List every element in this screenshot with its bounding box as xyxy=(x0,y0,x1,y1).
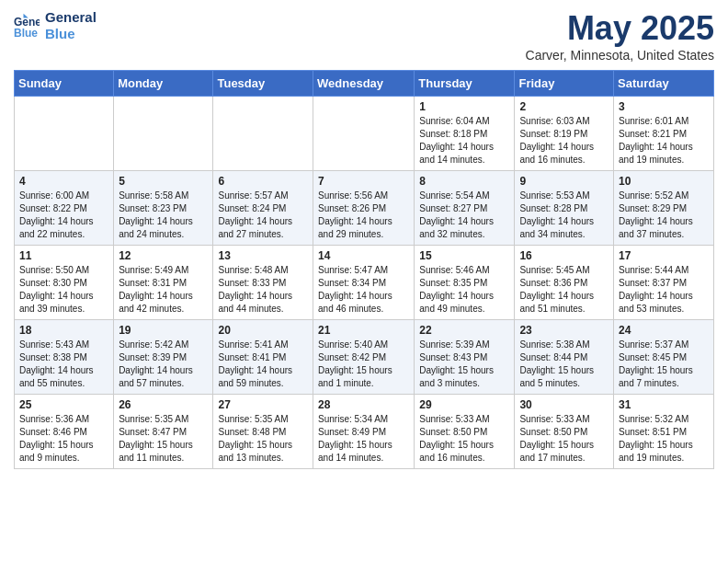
day-number: 30 xyxy=(519,398,609,411)
calendar-cell-5-6: 30Sunrise: 5:33 AM Sunset: 8:50 PM Dayli… xyxy=(515,395,614,469)
calendar-cell-2-6: 9Sunrise: 5:53 AM Sunset: 8:28 PM Daylig… xyxy=(515,171,614,246)
calendar-cell-4-1: 18Sunrise: 5:43 AM Sunset: 8:38 PM Dayli… xyxy=(15,320,114,395)
calendar-cell-4-6: 23Sunrise: 5:38 AM Sunset: 8:44 PM Dayli… xyxy=(515,320,614,395)
day-info: Sunrise: 5:41 AM Sunset: 8:41 PM Dayligh… xyxy=(218,339,308,390)
day-number: 6 xyxy=(218,175,308,188)
logo-blue: Blue xyxy=(45,26,97,42)
weekday-header-tuesday: Tuesday xyxy=(213,71,313,97)
day-number: 3 xyxy=(619,100,709,113)
day-number: 4 xyxy=(19,175,108,188)
title-block: May 2025 Carver, Minnesota, United State… xyxy=(526,9,714,63)
day-number: 22 xyxy=(419,324,509,337)
svg-text:Blue: Blue xyxy=(14,27,38,39)
calendar-cell-3-1: 11Sunrise: 5:50 AM Sunset: 8:30 PM Dayli… xyxy=(15,246,114,320)
calendar-cell-3-2: 12Sunrise: 5:49 AM Sunset: 8:31 PM Dayli… xyxy=(114,246,213,320)
day-info: Sunrise: 5:32 AM Sunset: 8:51 PM Dayligh… xyxy=(619,413,709,465)
day-info: Sunrise: 5:34 AM Sunset: 8:49 PM Dayligh… xyxy=(318,413,409,465)
calendar-cell-3-4: 14Sunrise: 5:47 AM Sunset: 8:34 PM Dayli… xyxy=(313,246,415,320)
day-number: 27 xyxy=(218,398,308,411)
day-info: Sunrise: 5:35 AM Sunset: 8:47 PM Dayligh… xyxy=(119,413,208,465)
day-info: Sunrise: 5:47 AM Sunset: 8:34 PM Dayligh… xyxy=(318,264,409,316)
day-number: 31 xyxy=(619,398,709,411)
day-number: 2 xyxy=(519,100,609,113)
day-number: 25 xyxy=(19,398,108,411)
day-info: Sunrise: 5:36 AM Sunset: 8:46 PM Dayligh… xyxy=(19,413,108,465)
day-number: 1 xyxy=(419,100,509,113)
day-number: 10 xyxy=(619,175,709,188)
logo: General Blue General Blue xyxy=(14,9,97,42)
day-info: Sunrise: 5:58 AM Sunset: 8:23 PM Dayligh… xyxy=(119,190,208,241)
calendar-cell-1-4 xyxy=(313,97,415,171)
day-number: 24 xyxy=(619,324,709,337)
day-number: 15 xyxy=(419,249,509,262)
weekday-header-monday: Monday xyxy=(114,71,213,97)
day-info: Sunrise: 5:39 AM Sunset: 8:43 PM Dayligh… xyxy=(419,339,509,390)
calendar-cell-3-5: 15Sunrise: 5:46 AM Sunset: 8:35 PM Dayli… xyxy=(415,246,515,320)
day-info: Sunrise: 6:03 AM Sunset: 8:19 PM Dayligh… xyxy=(519,115,609,167)
day-info: Sunrise: 5:45 AM Sunset: 8:36 PM Dayligh… xyxy=(519,264,609,316)
calendar-cell-5-2: 26Sunrise: 5:35 AM Sunset: 8:47 PM Dayli… xyxy=(114,395,213,469)
weekday-header-friday: Friday xyxy=(515,71,614,97)
page-header: General Blue General Blue May 2025 Carve… xyxy=(14,9,714,63)
calendar-cell-4-4: 21Sunrise: 5:40 AM Sunset: 8:42 PM Dayli… xyxy=(313,320,415,395)
location: Carver, Minnesota, United States xyxy=(526,48,714,63)
day-info: Sunrise: 5:54 AM Sunset: 8:27 PM Dayligh… xyxy=(419,190,509,241)
day-info: Sunrise: 5:43 AM Sunset: 8:38 PM Dayligh… xyxy=(19,339,108,390)
calendar-cell-4-3: 20Sunrise: 5:41 AM Sunset: 8:41 PM Dayli… xyxy=(213,320,313,395)
calendar-cell-3-7: 17Sunrise: 5:44 AM Sunset: 8:37 PM Dayli… xyxy=(614,246,714,320)
calendar-cell-2-1: 4Sunrise: 6:00 AM Sunset: 8:22 PM Daylig… xyxy=(15,171,114,246)
calendar-week-2: 4Sunrise: 6:00 AM Sunset: 8:22 PM Daylig… xyxy=(15,171,714,246)
calendar-cell-5-7: 31Sunrise: 5:32 AM Sunset: 8:51 PM Dayli… xyxy=(614,395,714,469)
day-number: 14 xyxy=(318,249,409,262)
day-info: Sunrise: 6:01 AM Sunset: 8:21 PM Dayligh… xyxy=(619,115,709,167)
day-number: 16 xyxy=(519,249,609,262)
day-number: 13 xyxy=(218,249,308,262)
day-number: 29 xyxy=(419,398,509,411)
day-info: Sunrise: 5:37 AM Sunset: 8:45 PM Dayligh… xyxy=(619,339,709,390)
calendar-cell-2-4: 7Sunrise: 5:56 AM Sunset: 8:26 PM Daylig… xyxy=(313,171,415,246)
day-info: Sunrise: 5:50 AM Sunset: 8:30 PM Dayligh… xyxy=(19,264,108,316)
day-info: Sunrise: 5:42 AM Sunset: 8:39 PM Dayligh… xyxy=(119,339,208,390)
day-number: 8 xyxy=(419,175,509,188)
calendar-week-4: 18Sunrise: 5:43 AM Sunset: 8:38 PM Dayli… xyxy=(15,320,714,395)
day-number: 7 xyxy=(318,175,409,188)
day-number: 19 xyxy=(119,324,208,337)
calendar-cell-5-4: 28Sunrise: 5:34 AM Sunset: 8:49 PM Dayli… xyxy=(313,395,415,469)
calendar-cell-5-3: 27Sunrise: 5:35 AM Sunset: 8:48 PM Dayli… xyxy=(213,395,313,469)
calendar-cell-2-2: 5Sunrise: 5:58 AM Sunset: 8:23 PM Daylig… xyxy=(114,171,213,246)
day-info: Sunrise: 5:53 AM Sunset: 8:28 PM Dayligh… xyxy=(519,190,609,241)
day-info: Sunrise: 5:33 AM Sunset: 8:50 PM Dayligh… xyxy=(519,413,609,465)
calendar-cell-4-2: 19Sunrise: 5:42 AM Sunset: 8:39 PM Dayli… xyxy=(114,320,213,395)
calendar-cell-4-5: 22Sunrise: 5:39 AM Sunset: 8:43 PM Dayli… xyxy=(415,320,515,395)
day-number: 28 xyxy=(318,398,409,411)
day-number: 12 xyxy=(119,249,208,262)
day-info: Sunrise: 5:49 AM Sunset: 8:31 PM Dayligh… xyxy=(119,264,208,316)
day-number: 9 xyxy=(519,175,609,188)
day-number: 11 xyxy=(19,249,108,262)
calendar-cell-2-7: 10Sunrise: 5:52 AM Sunset: 8:29 PM Dayli… xyxy=(614,171,714,246)
logo-icon: General Blue xyxy=(14,13,40,39)
weekday-header-row: SundayMondayTuesdayWednesdayThursdayFrid… xyxy=(15,71,714,97)
day-info: Sunrise: 5:48 AM Sunset: 8:33 PM Dayligh… xyxy=(218,264,308,316)
day-number: 23 xyxy=(519,324,609,337)
calendar-table: SundayMondayTuesdayWednesdayThursdayFrid… xyxy=(14,70,714,469)
calendar-cell-3-3: 13Sunrise: 5:48 AM Sunset: 8:33 PM Dayli… xyxy=(213,246,313,320)
calendar-cell-1-3 xyxy=(213,97,313,171)
day-info: Sunrise: 5:44 AM Sunset: 8:37 PM Dayligh… xyxy=(619,264,709,316)
calendar-week-5: 25Sunrise: 5:36 AM Sunset: 8:46 PM Dayli… xyxy=(15,395,714,469)
day-number: 21 xyxy=(318,324,409,337)
day-number: 20 xyxy=(218,324,308,337)
calendar-cell-5-1: 25Sunrise: 5:36 AM Sunset: 8:46 PM Dayli… xyxy=(15,395,114,469)
calendar-cell-3-6: 16Sunrise: 5:45 AM Sunset: 8:36 PM Dayli… xyxy=(515,246,614,320)
day-info: Sunrise: 5:38 AM Sunset: 8:44 PM Dayligh… xyxy=(519,339,609,390)
day-info: Sunrise: 5:56 AM Sunset: 8:26 PM Dayligh… xyxy=(318,190,409,241)
weekday-header-sunday: Sunday xyxy=(15,71,114,97)
calendar-cell-1-6: 2Sunrise: 6:03 AM Sunset: 8:19 PM Daylig… xyxy=(515,97,614,171)
day-info: Sunrise: 6:00 AM Sunset: 8:22 PM Dayligh… xyxy=(19,190,108,241)
calendar-cell-1-7: 3Sunrise: 6:01 AM Sunset: 8:21 PM Daylig… xyxy=(614,97,714,171)
day-number: 26 xyxy=(119,398,208,411)
month-title: May 2025 xyxy=(526,9,714,48)
day-info: Sunrise: 6:04 AM Sunset: 8:18 PM Dayligh… xyxy=(419,115,509,167)
calendar-cell-5-5: 29Sunrise: 5:33 AM Sunset: 8:50 PM Dayli… xyxy=(415,395,515,469)
day-number: 17 xyxy=(619,249,709,262)
